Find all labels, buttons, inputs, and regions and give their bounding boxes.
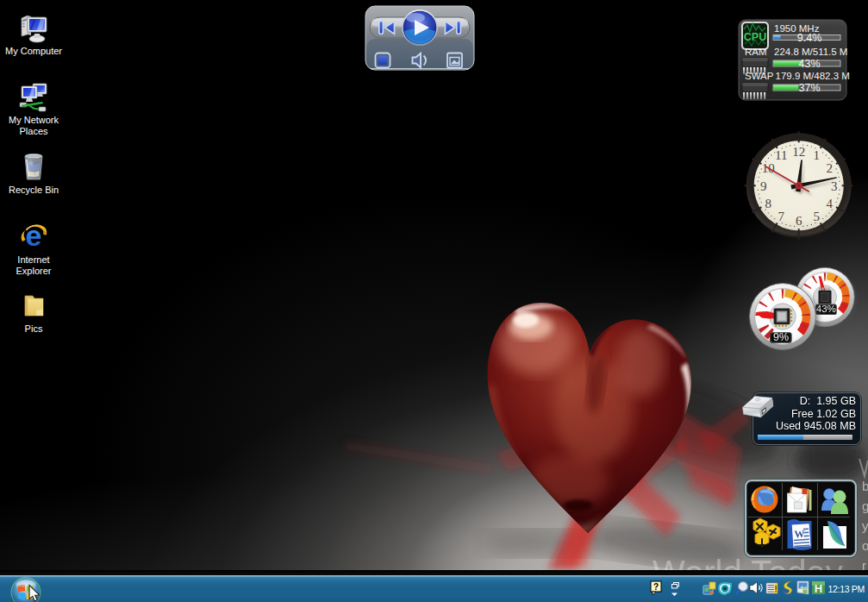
svg-text:5: 5 bbox=[813, 210, 820, 223]
svg-text:3: 3 bbox=[831, 179, 838, 193]
svg-text:SWAP: SWAP bbox=[745, 71, 774, 81]
svg-text:6: 6 bbox=[796, 214, 802, 228]
svg-text:W: W bbox=[794, 528, 805, 541]
svg-text:7: 7 bbox=[777, 210, 784, 223]
svg-text:2: 2 bbox=[826, 161, 833, 175]
svg-text:RAM: RAM bbox=[745, 47, 767, 57]
svg-text:12: 12 bbox=[792, 145, 805, 159]
svg-text:11: 11 bbox=[775, 148, 787, 162]
svg-text:9%: 9% bbox=[773, 331, 789, 343]
svg-text:1: 1 bbox=[813, 148, 820, 162]
svg-text:179.9 M/482.3 M: 179.9 M/482.3 M bbox=[776, 71, 850, 81]
svg-text:43%: 43% bbox=[816, 304, 836, 314]
svg-text:37%: 37% bbox=[798, 82, 820, 94]
svg-text:?: ? bbox=[653, 582, 659, 592]
svg-text:CPU: CPU bbox=[744, 31, 766, 43]
svg-text:43%: 43% bbox=[798, 58, 820, 70]
svg-text:4: 4 bbox=[826, 197, 833, 210]
svg-text:224.8 M/511.5 M: 224.8 M/511.5 M bbox=[774, 47, 847, 57]
svg-text:9: 9 bbox=[760, 179, 767, 193]
svg-text:H: H bbox=[815, 582, 822, 595]
svg-text:8: 8 bbox=[765, 197, 771, 210]
svg-text:9.4%: 9.4% bbox=[797, 32, 822, 44]
